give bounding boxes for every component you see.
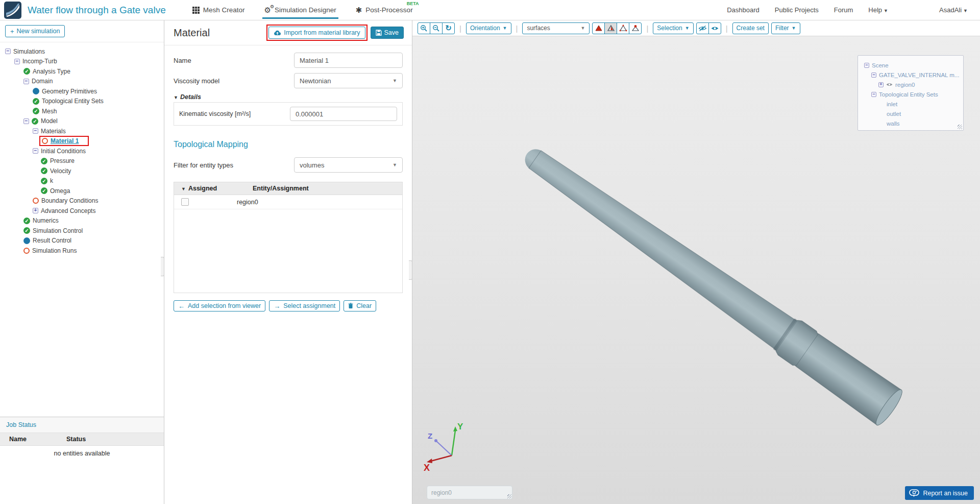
import-material-library-button[interactable]: Import from material library — [268, 27, 365, 39]
render-wireframe-button[interactable] — [617, 22, 629, 34]
sidebar-item-topological-entity-sets[interactable]: Topological Entity Sets — [0, 97, 164, 107]
sidebar-item-initial-conditions[interactable]: Initial Conditions — [0, 146, 164, 156]
sidebar-item-simulations[interactable]: Simulations — [0, 46, 164, 57]
sidebar-item-result-control[interactable]: Result Control — [0, 236, 164, 246]
sidebar-item-advanced-concepts[interactable]: Advanced Concepts — [0, 206, 164, 216]
simulation-tree: Simulations Incomp-Turb Analysis Type Do… — [0, 42, 164, 417]
scene-tree-item-walls[interactable]: walls — [862, 118, 959, 128]
scene-tree-item-inlet[interactable]: inlet — [862, 99, 959, 109]
arrow-left-icon: ← — [178, 303, 185, 309]
select-assignment-button[interactable]: → Select assignment — [269, 300, 340, 311]
nav-dashboard[interactable]: Dashboard — [727, 6, 760, 14]
post-processor-icon: ✱ — [356, 6, 362, 14]
render-solid-wireframe-button[interactable] — [604, 22, 617, 34]
nav-forum[interactable]: Forum — [834, 6, 853, 14]
zoom-out-button[interactable] — [430, 22, 443, 34]
report-an-issue-button[interactable]: Report an issue — [905, 486, 974, 500]
collapse-icon[interactable] — [871, 73, 876, 78]
viewer-canvas[interactable]: Scene GATE_VALVE_INTERNAL m... region0 T… — [412, 36, 980, 504]
sidebar-item-mesh[interactable]: Mesh — [0, 106, 164, 116]
check-icon — [32, 118, 38, 125]
tab-simulation-designer[interactable]: ⚙ Simulation Designer — [264, 0, 336, 20]
zoom-in-button[interactable] — [418, 22, 430, 34]
eye-icon — [710, 25, 719, 32]
sidebar-item-geometry-primitives[interactable]: Geometry Primitives — [0, 86, 164, 97]
filter-entity-types-label: Filter for entity types — [174, 161, 294, 169]
sidebar-item-pressure[interactable]: Pressure — [0, 156, 164, 166]
sidebar-item-omega[interactable]: Omega — [0, 186, 164, 196]
render-points-button[interactable] — [629, 22, 642, 34]
kinematic-viscosity-input[interactable] — [290, 107, 397, 121]
check-icon — [41, 187, 47, 194]
sidebar-collapse-handle[interactable] — [161, 257, 164, 276]
assigned-checkbox[interactable] — [181, 198, 189, 206]
show-selected-button[interactable] — [708, 22, 721, 34]
material-name-input[interactable] — [294, 53, 403, 68]
sidebar-item-simulation-control[interactable]: Simulation Control — [0, 226, 164, 236]
collapse-icon[interactable] — [864, 63, 869, 68]
check-icon — [23, 218, 30, 224]
collapse-icon[interactable] — [33, 148, 38, 154]
scene-tree-item-scene[interactable]: Scene — [862, 60, 959, 70]
chevron-down-icon: ▼ — [393, 162, 397, 167]
details-section-header[interactable]: Details — [174, 93, 403, 102]
scene-tree-item-outlet[interactable]: outlet — [862, 109, 959, 118]
sidebar-item-numerics[interactable]: Numerics — [0, 216, 164, 226]
sidebar-item-simulation-runs[interactable]: Simulation Runs — [0, 246, 164, 256]
sidebar-item-velocity[interactable]: Velocity — [0, 166, 164, 176]
sidebar-item-domain[interactable]: Domain — [0, 77, 164, 87]
nav-public-projects[interactable]: Public Projects — [775, 6, 819, 14]
chevron-down-icon: ▼ — [581, 26, 585, 31]
collapse-icon[interactable] — [14, 59, 20, 64]
refresh-view-button[interactable] — [442, 22, 455, 34]
axis-x-label: X — [424, 463, 430, 473]
expand-icon[interactable] — [878, 82, 884, 87]
sidebar-item-incomp-turb[interactable]: Incomp-Turb — [0, 57, 164, 67]
save-button[interactable]: Save — [371, 27, 404, 39]
chevron-down-icon: ▼ — [503, 26, 507, 31]
collapse-icon[interactable] — [23, 79, 29, 84]
arrow-right-icon: → — [274, 303, 280, 309]
hide-selected-button[interactable] — [696, 22, 709, 34]
new-simulation-button[interactable]: + New simulation — [5, 25, 65, 37]
sidebar-item-analysis-type[interactable]: Analysis Type — [0, 66, 164, 77]
sidebar-item-material-1[interactable]: Material 1 — [0, 136, 164, 147]
orientation-dropdown[interactable]: Orientation ▼ — [466, 22, 511, 34]
sidebar-item-boundary-conditions[interactable]: Boundary Conditions — [0, 196, 164, 206]
nav-help-menu[interactable]: Help▼ — [868, 6, 888, 14]
scene-tree-item-region0[interactable]: region0 — [862, 80, 959, 89]
collapse-icon[interactable] — [33, 128, 38, 134]
entity-type-filter-select[interactable]: volumes ▼ — [294, 157, 403, 173]
sidebar-item-materials[interactable]: Materials — [0, 126, 164, 136]
wireframe-triangle-icon — [619, 25, 627, 32]
tab-post-processor[interactable]: ✱ Post-Processor BETA — [356, 0, 413, 20]
selection-dropdown[interactable]: Selection ▼ — [653, 22, 693, 34]
collapse-icon[interactable] — [23, 118, 29, 124]
scene-tree-item-topological-entity-sets[interactable]: Topological Entity Sets — [862, 89, 959, 99]
expand-icon[interactable] — [33, 208, 38, 213]
collapse-icon[interactable] — [5, 49, 11, 54]
caret-down-icon[interactable] — [181, 185, 186, 192]
sidebar-item-model[interactable]: Model — [0, 116, 164, 127]
red-highlight-box: Import from material library — [266, 25, 367, 41]
nav-user-menu[interactable]: AsadAli▼ — [939, 6, 968, 14]
collapse-icon[interactable] — [871, 92, 876, 97]
viscosity-model-label: Viscosity model — [174, 77, 294, 85]
scene-tree-item-gate-valve-internal[interactable]: GATE_VALVE_INTERNAL m... — [862, 70, 959, 80]
panel-collapse-handle[interactable] — [409, 260, 412, 280]
resize-grip[interactable] — [958, 125, 962, 129]
render-solid-button[interactable] — [592, 22, 605, 34]
add-selection-from-viewer-button[interactable]: ← Add selection from viewer — [174, 300, 265, 311]
sidebar-item-k[interactable]: k — [0, 176, 164, 186]
viscosity-model-select[interactable]: Newtonian ▼ — [294, 73, 403, 88]
table-row[interactable]: region0 — [174, 195, 402, 209]
surfaces-select[interactable]: surfaces ▼ — [522, 22, 590, 34]
viewer-toolbar: | Orientation ▼ | surfaces ▼ | Sele — [412, 20, 980, 36]
region-name-input[interactable] — [427, 486, 512, 499]
simscale-logo[interactable] — [4, 2, 21, 19]
tab-mesh-creator[interactable]: Mesh Creator — [192, 0, 245, 20]
filter-dropdown[interactable]: Filter ▼ — [771, 22, 800, 34]
solid-wireframe-triangle-icon — [607, 25, 615, 32]
clear-button[interactable]: Clear — [344, 300, 376, 311]
create-set-button[interactable]: Create set — [732, 22, 769, 34]
